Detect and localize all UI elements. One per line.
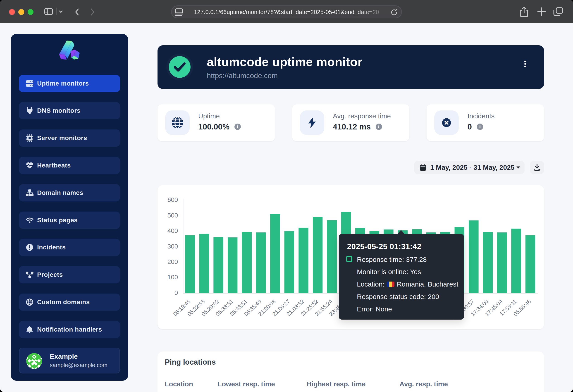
svg-text:200: 200 — [167, 258, 178, 265]
svg-text:300: 300 — [167, 243, 178, 250]
svg-text:100: 100 — [167, 274, 178, 281]
svg-text:600: 600 — [167, 196, 178, 203]
svg-text:500: 500 — [167, 212, 178, 219]
svg-text:400: 400 — [167, 227, 178, 234]
svg-text:0: 0 — [175, 289, 178, 296]
